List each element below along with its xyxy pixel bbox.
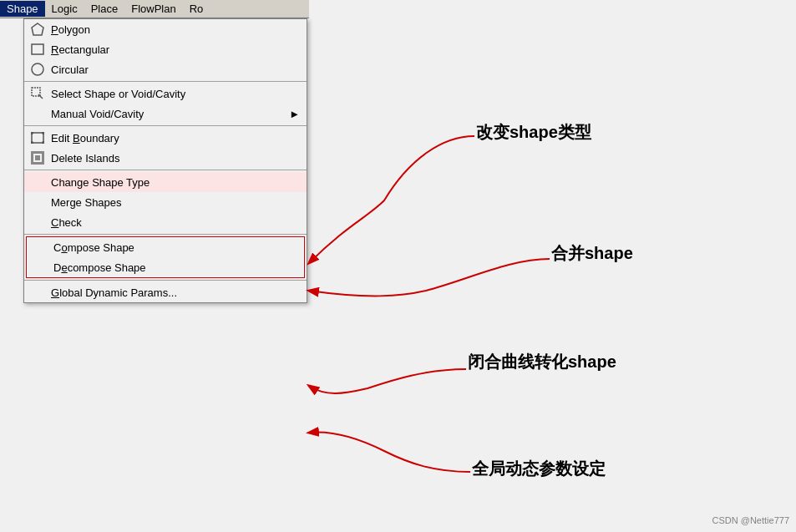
separator-1 <box>24 81 307 82</box>
menu-bar[interactable]: Shape Logic Place FlowPlan Ro <box>0 0 309 18</box>
menu-item-rectangular[interactable]: Rectangular <box>24 39 307 59</box>
separator-2 <box>24 125 307 126</box>
manual-label: Manual Void/Cavity <box>51 108 144 120</box>
edit-boundary-icon <box>29 130 46 145</box>
change-shape-type-label: Change Shape Type <box>51 176 150 189</box>
svg-point-2 <box>32 63 43 75</box>
compose-icon <box>32 240 48 255</box>
menu-bar-flowplan[interactable]: FlowPlan <box>124 1 182 17</box>
annotation-compose-shape: 闭合曲线转化shape <box>468 351 616 373</box>
delete-islands-label: Delete Islands <box>51 152 119 165</box>
svg-rect-1 <box>32 44 43 54</box>
delete-islands-icon <box>29 150 46 165</box>
annotation-merge-shape: 合并shape <box>551 242 633 265</box>
watermark: CSDN @Nettie777 <box>712 515 789 525</box>
merge-shapes-icon <box>29 195 46 210</box>
menu-item-global[interactable]: Global Dynamic Params... <box>24 282 307 302</box>
menu-item-delete-islands[interactable]: Delete Islands <box>24 148 307 168</box>
compose-label: Compose Shape <box>53 241 134 254</box>
svg-marker-0 <box>32 23 43 35</box>
separator-4 <box>24 234 307 235</box>
merge-shapes-label: Merge Shapes <box>51 196 122 209</box>
menu-item-check[interactable]: Check <box>24 212 307 232</box>
svg-point-8 <box>42 141 44 144</box>
separator-5 <box>24 280 307 281</box>
select-icon <box>29 86 46 101</box>
svg-rect-11 <box>35 155 40 160</box>
decompose-icon <box>32 260 48 275</box>
compose-section: Compose Shape Decompose Shape <box>26 236 305 278</box>
rectangular-icon <box>29 42 46 57</box>
svg-point-7 <box>31 141 33 144</box>
separator-3 <box>24 170 307 170</box>
menu-item-circular[interactable]: Circular <box>24 59 307 79</box>
global-label: Global Dynamic Params... <box>51 286 177 299</box>
menu-item-decompose[interactable]: Decompose Shape <box>27 257 304 277</box>
manual-icon <box>29 106 46 121</box>
circular-label: Circular <box>51 63 89 76</box>
check-icon <box>29 215 46 230</box>
rectangular-label: Rectangular <box>51 43 109 56</box>
menu-bar-ro[interactable]: Ro <box>183 1 210 17</box>
annotation-change-shape: 改变shape类型 <box>476 121 591 144</box>
polygon-icon <box>29 22 46 37</box>
menu-item-polygon[interactable]: Polygon <box>24 19 307 39</box>
decompose-label: Decompose Shape <box>53 261 146 274</box>
edit-boundary-label: Edit Boundary <box>51 132 119 144</box>
menu-bar-shape[interactable]: Shape <box>0 1 45 17</box>
menu-item-merge-shapes[interactable]: Merge Shapes <box>24 192 307 212</box>
manual-arrow: ► <box>289 108 300 120</box>
global-icon <box>29 285 46 300</box>
menu-item-edit-boundary[interactable]: Edit Boundary <box>24 128 307 148</box>
menu-bar-logic[interactable]: Logic <box>45 1 84 17</box>
change-shape-type-icon <box>29 175 46 190</box>
menu-bar-place[interactable]: Place <box>84 1 125 17</box>
svg-point-5 <box>31 132 33 134</box>
menu-item-compose[interactable]: Compose Shape <box>27 237 304 257</box>
shape-dropdown-menu: Polygon Rectangular Circular <box>23 18 307 303</box>
svg-point-6 <box>42 132 44 134</box>
polygon-label: Polygon <box>51 23 90 36</box>
circular-icon <box>29 62 46 77</box>
check-label: Check <box>51 216 82 229</box>
annotation-global-params: 全局动态参数设定 <box>472 458 606 480</box>
menu-item-change-shape-type[interactable]: Change Shape Type <box>24 172 307 192</box>
select-label: Select Shape or Void/Cavity <box>51 88 185 100</box>
menu-item-manual[interactable]: Manual Void/Cavity ► <box>24 104 307 124</box>
menu-item-select[interactable]: Select Shape or Void/Cavity <box>24 84 307 104</box>
svg-rect-4 <box>32 133 43 143</box>
